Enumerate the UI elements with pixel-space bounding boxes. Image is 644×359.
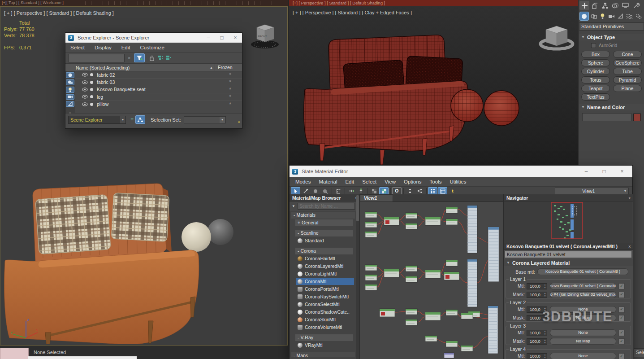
spinner-arrows-icon[interactable]: ▲▼ xyxy=(543,339,547,344)
base-mtl-button[interactable]: Kosovo Banquette 01 velvet ( CoronaMtl ) xyxy=(537,268,628,275)
active-view-dropdown[interactable]: View1 ▾ xyxy=(555,188,629,195)
menu-item[interactable]: Display xyxy=(90,43,117,52)
browser-list-item[interactable]: - Corona xyxy=(295,248,353,254)
footer-overflow-chevron[interactable]: » xyxy=(238,119,240,124)
browser-list-item[interactable]: CoronaSelectMtl xyxy=(296,301,353,308)
object-color-dot[interactable] xyxy=(90,81,93,84)
menu-item[interactable]: Utilities xyxy=(445,177,470,186)
visibility-eye-icon[interactable] xyxy=(82,80,88,84)
mtl-enable-checkbox[interactable]: ✓ xyxy=(618,330,625,336)
spinner-arrows-icon[interactable]: ▲▼ xyxy=(543,284,547,289)
frozen-toggle-icon[interactable]: * xyxy=(229,72,231,78)
mtl-amount-spinner[interactable]: 100,0 ▲▼ xyxy=(527,283,547,289)
menu-item[interactable]: Select xyxy=(65,43,90,52)
filter-helpers-icon[interactable] xyxy=(66,101,74,107)
minimize-button[interactable]: – xyxy=(579,166,593,176)
mask-enable-checkbox[interactable]: ✓ xyxy=(618,292,625,298)
tab-motion-icon[interactable] xyxy=(610,1,620,10)
category-systems-icon[interactable] xyxy=(634,12,643,20)
incremental-layout-icon[interactable] xyxy=(405,187,415,195)
category-geometry-icon[interactable] xyxy=(579,12,589,21)
name-and-color-rollout[interactable]: ▼ Name and Color xyxy=(579,104,644,110)
viewcube[interactable]: FRONT xyxy=(251,25,279,48)
select-by-material-icon[interactable] xyxy=(448,187,457,195)
object-row[interactable]: fabric 02 * xyxy=(75,71,242,79)
collapse-tree-icon[interactable] xyxy=(166,55,172,61)
object-row[interactable]: fabric 03 * xyxy=(75,79,242,86)
category-shapes-icon[interactable] xyxy=(589,12,598,20)
primitive-button[interactable]: Cylinder xyxy=(581,68,610,75)
slate-titlebar[interactable]: 3 Slate Material Editor – □ × xyxy=(290,166,632,177)
mtl-slot-button[interactable]: None xyxy=(550,353,616,359)
material-id-channel-icon[interactable]: O xyxy=(392,187,402,195)
spinner-arrows-icon[interactable]: ▲▼ xyxy=(543,354,547,359)
object-name[interactable]: fabric 02 xyxy=(97,72,115,78)
wire-sphere-1[interactable] xyxy=(451,89,483,122)
menu-item[interactable]: Modes xyxy=(291,177,315,186)
menu-item[interactable]: Material xyxy=(315,177,341,186)
object-row[interactable]: leg * xyxy=(75,93,242,101)
object-color-dot[interactable] xyxy=(90,103,93,106)
tab-utilities-icon[interactable] xyxy=(631,1,641,10)
object-name[interactable]: Kosovo Banquette seat xyxy=(97,87,146,92)
object-row[interactable]: Kosovo Banquette seat * xyxy=(75,86,242,93)
combo-dropdown-icon[interactable]: ▾ xyxy=(120,116,125,123)
selection-set-dropdown[interactable]: ▾ xyxy=(184,116,226,123)
material-map-browser-toggle-icon[interactable] xyxy=(428,187,437,195)
menu-item[interactable]: Edit xyxy=(341,177,358,186)
primitive-category-dropdown[interactable]: Standard Primitives xyxy=(579,22,644,31)
browser-list-item[interactable]: CoronaVolumeMtl xyxy=(296,324,353,331)
filter-geometry-icon[interactable] xyxy=(66,79,74,85)
tab-create-icon[interactable] xyxy=(579,1,589,10)
browser-list-item[interactable]: + General xyxy=(295,219,353,226)
menu-item[interactable]: View xyxy=(380,177,400,186)
sort-ascending-icon[interactable]: ▲ xyxy=(210,66,213,69)
object-name[interactable]: pillow xyxy=(97,101,108,107)
mtl-slot-button[interactable]: None xyxy=(550,329,616,336)
menu-item[interactable]: Tools xyxy=(426,177,446,186)
category-helpers-icon[interactable] xyxy=(616,12,625,20)
browser-list-item[interactable]: CoronaShadowCatc.. xyxy=(296,309,353,315)
select-button[interactable]: Select xyxy=(634,348,644,357)
browser-list-item[interactable]: CoronaRaySwitchMtl xyxy=(296,293,353,300)
frozen-toggle-icon[interactable]: * xyxy=(229,94,231,100)
clay-viewport[interactable]: [ + ] [ Perspective ] [ Standard ] [ Cla… xyxy=(289,6,578,165)
mtl-enable-checkbox[interactable]: ✓ xyxy=(618,306,625,313)
object-color-dot[interactable] xyxy=(90,95,93,98)
scene-explorer-titlebar[interactable]: 3 Scene Explorer - Scene Explorer – □ × xyxy=(65,33,242,43)
sofa-pillow-1[interactable] xyxy=(35,195,111,254)
layers-stack-icon[interactable]: ≡ xyxy=(130,117,134,123)
mtl-amount-spinner[interactable]: 100,0 ▲▼ xyxy=(527,353,547,359)
sofa-seat[interactable] xyxy=(4,250,199,344)
menu-item[interactable]: Options xyxy=(400,177,426,186)
viewcube-right[interactable] xyxy=(540,26,573,49)
material-name-field[interactable]: Kosovo Banquette 01 velvet xyxy=(505,251,631,258)
browser-list-item[interactable]: CoronaPortalMtl xyxy=(296,286,353,293)
close-button[interactable]: × xyxy=(229,33,242,43)
primitive-button[interactable]: Sphere xyxy=(581,59,610,66)
object-name[interactable]: fabric 03 xyxy=(97,79,115,85)
menu-item[interactable]: Select xyxy=(358,177,380,186)
view-tab[interactable]: View1 xyxy=(360,194,393,201)
filter-all-icon[interactable] xyxy=(66,72,74,78)
tab-display-icon[interactable] xyxy=(621,1,631,10)
tab-hierarchy-icon[interactable] xyxy=(600,1,610,10)
primitive-button[interactable]: Box xyxy=(581,51,610,58)
close-panel-icon[interactable]: x xyxy=(629,244,631,249)
object-row[interactable]: pillow * xyxy=(75,101,242,108)
object-name[interactable]: leg xyxy=(97,94,103,100)
primitive-button[interactable]: GeoSphere xyxy=(613,59,642,66)
close-panel-icon[interactable]: x xyxy=(629,196,631,200)
mask-enable-checkbox[interactable]: ✓ xyxy=(618,315,625,321)
navigator-header[interactable]: Navigator x xyxy=(504,194,633,201)
browser-list-item[interactable]: CoronaSkinMtl xyxy=(296,316,353,323)
cream-sphere[interactable] xyxy=(182,222,211,252)
spinner-arrows-icon[interactable]: ▲▼ xyxy=(543,292,547,298)
primitive-button[interactable]: Pyramid xyxy=(613,76,642,83)
column-headers[interactable]: Name (Sorted Ascending) ▲ Frozen xyxy=(65,64,242,71)
show-shaded-material-icon[interactable] xyxy=(369,187,379,195)
category-lights-icon[interactable] xyxy=(598,12,607,20)
pick-material-eyedropper-icon[interactable] xyxy=(301,187,310,195)
browser-list-item[interactable]: - Materials xyxy=(291,212,355,219)
primitive-button[interactable]: Torus xyxy=(581,76,610,83)
